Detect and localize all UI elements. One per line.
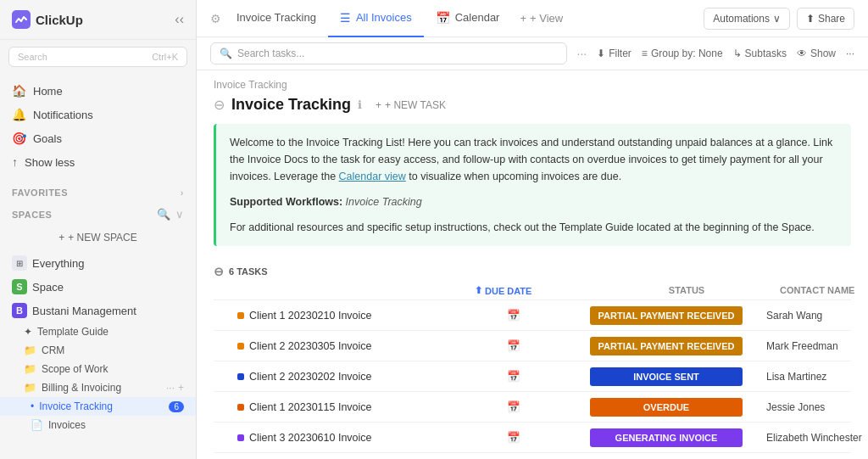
sidebar-item-scope[interactable]: 📁 Scope of Work (0, 360, 196, 378)
add-view-button[interactable]: + + View (511, 12, 571, 25)
logo-text: ClickUp (36, 13, 83, 27)
task-row[interactable]: Client 1 20230115 Invoice 📅 OVERDUE Jess… (214, 392, 851, 423)
task-date-cell[interactable]: 📅 (454, 400, 573, 413)
page-icon: 📄 (31, 419, 43, 431)
calendar-view-link[interactable]: Calendar view (339, 171, 406, 182)
sidebar-item-everything[interactable]: ⊞ Everything (0, 251, 196, 275)
tab-all-invoices[interactable]: ☰ All Invoices (328, 0, 424, 37)
sidebar-item-notifications[interactable]: 🔔 Notifications (0, 103, 196, 126)
task-row[interactable]: Client 3 20230610 Invoice 📅 GENERATING I… (214, 423, 851, 453)
task-name-cell: Client 1 20230115 Invoice (217, 401, 454, 413)
automations-button[interactable]: Automations ∨ (704, 8, 790, 30)
info-box: Welcome to the Invoice Tracking List! He… (214, 124, 851, 246)
sidebar-item-show-less[interactable]: ↑ Show less (0, 150, 196, 174)
status-badge: PARTIAL PAYMENT RECEIVED (590, 337, 743, 355)
share-button[interactable]: ⬆ Share (797, 8, 854, 30)
spaces-expand-icon[interactable]: ∨ (175, 208, 184, 221)
sidebar-item-template-guide[interactable]: ✦ Template Guide (0, 322, 196, 341)
task-date-cell[interactable]: 📅 (454, 370, 573, 383)
task-row[interactable]: Client 3 20230505 Invoice 📅 GENERATING I… (214, 453, 851, 459)
filter-label: Filter (609, 48, 632, 59)
group-by-button[interactable]: ≡ Group by: None (642, 48, 723, 59)
sidebar-item-billing[interactable]: 📁 Billing & Invoicing ··· + (0, 378, 196, 397)
breadcrumb: Invoice Tracking (197, 70, 868, 92)
task-date-cell[interactable]: 📅 (454, 309, 573, 322)
collapse-tasks-button[interactable]: ⊖ (214, 265, 224, 278)
task-row[interactable]: Client 2 20230202 Invoice 📅 INVOICE SENT… (214, 361, 851, 392)
search-placeholder-text: Search tasks... (237, 48, 304, 59)
task-status-cell: INVOICE SENT (573, 367, 760, 386)
calendar-icon: 📅 (507, 339, 520, 352)
svg-rect-0 (12, 10, 31, 29)
task-row[interactable]: Client 1 20230210 Invoice 📅 PARTIAL PAYM… (214, 300, 851, 331)
new-task-header-button[interactable]: + + NEW TASK (369, 97, 453, 114)
spaces-actions: 🔍 ∨ (157, 208, 184, 221)
calendar-icon: 📅 (507, 370, 520, 383)
share-label: Share (818, 13, 845, 25)
task-row[interactable]: Client 2 20230305 Invoice 📅 PARTIAL PAYM… (214, 331, 851, 361)
breadcrumb-link[interactable]: Invoice Tracking (214, 79, 287, 91)
space-label: Space (32, 281, 64, 294)
clickup-logo-icon (12, 10, 31, 29)
group-icon: ≡ (642, 48, 648, 59)
spaces-search-icon[interactable]: 🔍 (157, 208, 170, 221)
sidebar-item-invoice-tracking[interactable]: • Invoice Tracking 6 (0, 397, 196, 416)
task-date-cell[interactable]: 📅 (454, 431, 573, 444)
more-options-button[interactable]: ··· (846, 48, 854, 59)
tab-calendar[interactable]: 📅 Calendar (424, 0, 512, 37)
tab-page-title: Invoice Tracking (225, 0, 328, 37)
info-icon[interactable]: ℹ (358, 98, 362, 111)
task-name-cell: Client 2 20230202 Invoice (217, 371, 454, 383)
task-search-input[interactable]: 🔍 Search tasks... (210, 42, 567, 64)
share-icon: ⬆ (806, 13, 815, 25)
task-status-cell: PARTIAL PAYMENT RECEIVED (573, 306, 760, 325)
subtasks-label: Subtasks (745, 48, 787, 59)
tasks-table: ⬆ DUE DATE STATUS CONTACT NAME EMAIL Cli… (214, 282, 851, 459)
goals-icon: 🎯 (12, 132, 26, 145)
logo-area: ClickUp (12, 10, 83, 29)
nav-items: 🏠 Home 🔔 Notifications 🎯 Goals ↑ Show le… (0, 74, 196, 179)
tasks-list: Client 1 20230210 Invoice 📅 PARTIAL PAYM… (214, 300, 851, 459)
col-due-date[interactable]: ⬆ DUE DATE (475, 285, 593, 296)
page-title: Invoice Tracking (236, 11, 316, 24)
space-icon: S (12, 279, 27, 294)
toolbar-more-button[interactable]: ··· (574, 43, 591, 64)
task-color-indicator (237, 434, 244, 441)
sidebar-item-space[interactable]: S Space (0, 275, 196, 299)
collapse-sidebar-button[interactable]: ‹‹ (175, 12, 184, 27)
content-area: Invoice Tracking ⊖ Invoice Tracking ℹ + … (197, 70, 868, 459)
top-nav: ⚙ Invoice Tracking ☰ All Invoices 📅 Cale… (197, 0, 868, 37)
chevron-down-icon: ∨ (773, 13, 781, 25)
new-space-button[interactable]: + + NEW SPACE (8, 227, 187, 248)
show-button[interactable]: 👁 Show (797, 48, 836, 59)
favorites-expand-icon[interactable]: › (181, 188, 184, 198)
invoices-label: Invoices (48, 419, 86, 431)
list-title: Invoice Tracking (231, 96, 351, 114)
plus-icon: + (58, 232, 64, 243)
billing-add-icon[interactable]: + (178, 382, 184, 394)
search-placeholder: Search (18, 52, 47, 62)
sidebar-search[interactable]: Search Ctrl+K (8, 47, 187, 67)
invoice-tracking-label: Invoice Tracking (39, 400, 113, 412)
billing-options[interactable]: ··· + (166, 382, 184, 394)
sidebar-item-invoices[interactable]: 📄 Invoices (0, 416, 196, 434)
status-badge: GENERATING INVOICE (590, 428, 743, 447)
favorites-section-label: FAVORITES › (0, 179, 196, 201)
filter-button[interactable]: ⬇ Filter (597, 48, 632, 59)
spaces-label: SPACES (12, 210, 52, 220)
sidebar-item-bustani[interactable]: B Bustani Management (0, 299, 196, 322)
sidebar-item-home[interactable]: 🏠 Home (0, 79, 196, 103)
everything-label: Everything (32, 257, 84, 270)
billing-more-icon[interactable]: ··· (166, 382, 175, 394)
collapse-list-button[interactable]: ⊖ (214, 97, 225, 113)
task-date-cell[interactable]: 📅 (454, 339, 573, 352)
filter-icon: ⬇ (597, 48, 605, 59)
sidebar-item-goals[interactable]: 🎯 Goals (0, 126, 196, 150)
crm-label: CRM (42, 344, 64, 356)
subtasks-button[interactable]: ↳ Subtasks (733, 48, 787, 59)
tasks-section: ⊖ 6 TASKS ⬆ DUE DATE STATUS CONTACT NAME… (197, 260, 868, 459)
info-footer: For additional resources and specific se… (230, 219, 837, 236)
calendar-icon: 📅 (507, 309, 520, 322)
task-name: Client 1 20230210 Invoice (249, 310, 372, 322)
sidebar-item-crm[interactable]: 📁 CRM (0, 341, 196, 360)
